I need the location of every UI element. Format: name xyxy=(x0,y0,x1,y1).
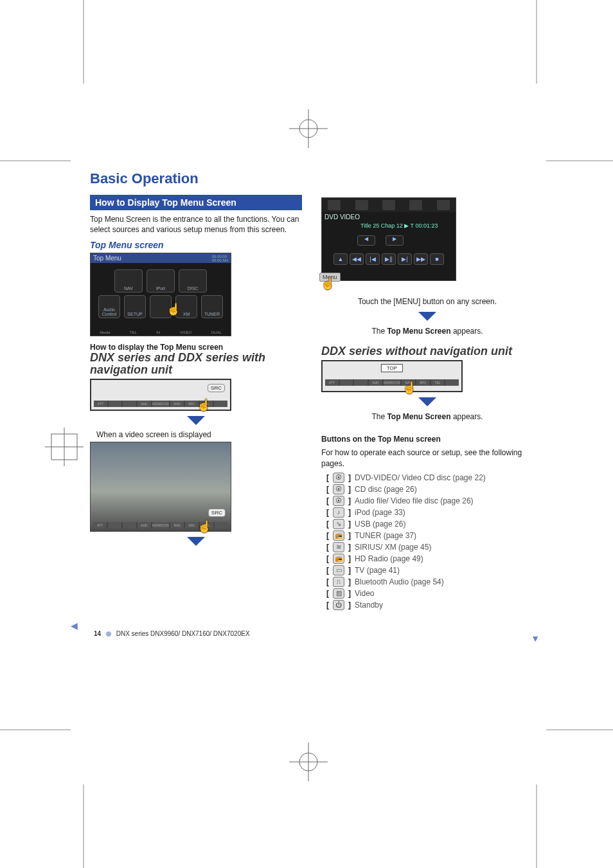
panel-key[interactable]: KENWOOD xyxy=(152,522,169,529)
panel-key[interactable]: TEL xyxy=(431,379,445,386)
touch-menu-text: Touch the [MENU] button on any screen. xyxy=(321,296,533,307)
blue-bar-heading: How to Display Top Menu Screen xyxy=(90,195,302,210)
top-menu-appears: The Top Menu Screen appears. xyxy=(321,326,533,336)
dvd-control[interactable]: ▶| xyxy=(398,253,412,265)
topmenu-title: Top Menu xyxy=(91,253,231,263)
top-menu-screen-heading: Top Menu screen xyxy=(90,240,302,250)
down-arrow-icon xyxy=(187,537,205,546)
topmenu-icon[interactable]: NAV xyxy=(114,269,143,293)
standby-icon: ⏻ xyxy=(333,600,344,610)
hdradio-icon: 📻 xyxy=(333,554,344,564)
screenshot-front-panel: SRC ATT AUD KENWOOD NAV SRC TEL ☝ xyxy=(90,379,231,411)
buttons-intro: For how to operate each source or setup,… xyxy=(321,448,533,468)
how-to-display-heading: How to display the Top Menu screen xyxy=(90,343,302,352)
bluetooth-icon: ⎍ xyxy=(333,577,344,587)
topmenu-footer-item[interactable]: DUAL xyxy=(211,330,222,334)
usb-icon: ⇘ xyxy=(333,519,344,529)
topmenu-footer-item[interactable]: VIDEO xyxy=(180,330,192,334)
intro-text: Top Menu Screen is the entrance to all t… xyxy=(90,214,302,235)
left-column: How to Display Top Menu Screen Top Menu … xyxy=(90,195,302,611)
panel-key[interactable] xyxy=(108,522,121,529)
list-item: [⦿]DVD-VIDEO/ Video CD disc (page 22) xyxy=(326,473,533,483)
topmenu-footer-item[interactable]: Media xyxy=(100,330,110,334)
panel-key[interactable]: ATT xyxy=(94,401,107,407)
dvd-control[interactable]: ■ xyxy=(430,253,444,265)
panel-key[interactable]: KENWOOD xyxy=(384,379,400,386)
video-icon: ▨ xyxy=(333,588,344,599)
dvd-header: DVD VIDEO xyxy=(324,213,360,221)
dvd-top-icon[interactable] xyxy=(382,200,395,210)
disc-icon: ⦿ xyxy=(333,496,344,506)
panel-key[interactable] xyxy=(340,379,353,386)
continuation-arrow-icon: ◀ xyxy=(71,620,78,631)
series-heading-left: DNX series and DDX series with navigatio… xyxy=(90,352,302,376)
dvd-top-icon[interactable] xyxy=(409,200,422,210)
bullet-icon xyxy=(106,631,111,637)
panel-key[interactable]: KENWOOD xyxy=(152,401,169,407)
topmenu-footer-item[interactable]: TEL xyxy=(130,330,137,334)
dvd-nav-left[interactable]: ◀ xyxy=(357,235,375,246)
buttons-heading: Buttons on the Top Menu screen xyxy=(321,435,533,444)
panel-key[interactable] xyxy=(445,379,459,386)
topmenu-icon[interactable]: DISC xyxy=(179,269,207,293)
topmenu-time: 00:00:00 00:00 AM xyxy=(212,255,228,262)
panel-key[interactable]: AUD xyxy=(138,401,151,407)
list-item: [⎍]Bluetooth Audio (page 54) xyxy=(326,577,533,587)
ddx-top-button[interactable]: TOP xyxy=(381,364,403,372)
list-item: [⦿]CD disc (page 26) xyxy=(326,484,533,494)
when-video-caption: When a video screen is displayed xyxy=(96,430,302,439)
topmenu-icon[interactable]: SETUP xyxy=(124,295,146,318)
sirius-icon: ≋ xyxy=(333,542,344,552)
tuner-icon: 📻 xyxy=(333,530,344,541)
disc-icon: ⦿ xyxy=(333,484,344,494)
list-item: [⏻]Standby xyxy=(326,600,533,610)
list-item: [♪]iPod (page 33) xyxy=(326,507,533,518)
button-list: [⦿]DVD-VIDEO/ Video CD disc (page 22) [⦿… xyxy=(326,473,533,610)
panel-key[interactable]: SRC xyxy=(185,522,199,529)
panel-key[interactable]: ATT xyxy=(93,522,107,529)
dvd-control[interactable]: ▶|| xyxy=(382,253,396,265)
panel-key[interactable] xyxy=(109,401,122,407)
src-button[interactable]: SRC xyxy=(208,509,226,517)
src-button[interactable]: SRC xyxy=(208,384,225,392)
series-heading-right: DDX series without navigation unit xyxy=(321,345,533,357)
dvd-top-icon[interactable] xyxy=(437,200,450,210)
topmenu-icon[interactable]: iPod xyxy=(147,269,175,293)
dvd-control[interactable]: ◀◀ xyxy=(350,253,364,265)
panel-key[interactable] xyxy=(123,401,136,407)
ipod-icon: ♪ xyxy=(333,507,344,518)
panel-key[interactable] xyxy=(214,401,227,407)
list-item: [▨]Video xyxy=(326,588,533,599)
dvd-control[interactable]: |◀ xyxy=(366,253,380,265)
topmenu-footer-item[interactable]: IN xyxy=(156,330,160,334)
panel-key[interactable] xyxy=(354,379,368,386)
panel-key[interactable]: NAV xyxy=(170,522,184,529)
dvd-top-icon[interactable] xyxy=(355,200,368,210)
page-number: 14 xyxy=(94,630,101,637)
down-arrow-icon xyxy=(187,416,205,425)
right-column: DVD VIDEO Title 25 Chap 12 ▶ T 00:01:23 … xyxy=(321,195,533,611)
finger-icon: ☝ xyxy=(321,276,335,291)
panel-key[interactable]: AUD xyxy=(369,379,382,386)
dvd-nav-right[interactable]: ▶ xyxy=(386,235,404,246)
topmenu-icon[interactable]: TUNER xyxy=(201,295,223,318)
dvd-top-icon[interactable] xyxy=(328,200,341,210)
topmenu-icon[interactable]: Audio Control xyxy=(98,295,120,318)
panel-key[interactable]: SRC xyxy=(416,379,430,386)
tv-icon: ▭ xyxy=(333,565,344,575)
dvd-control[interactable]: ▶▶ xyxy=(414,253,428,265)
disc-icon: ⦿ xyxy=(333,473,344,483)
panel-key[interactable] xyxy=(215,522,228,529)
panel-key[interactable] xyxy=(123,522,136,529)
screenshot-video: SRC ATT AUD KENWOOD NAV SRC TEL ☝ xyxy=(90,442,231,532)
finger-icon: ☝ xyxy=(166,302,181,316)
dvd-control[interactable]: ▲ xyxy=(333,253,348,265)
panel-key[interactable]: AUD xyxy=(138,522,151,529)
continuation-arrow-icon: ▼ xyxy=(531,633,540,644)
panel-key[interactable]: NAV xyxy=(170,401,184,407)
finger-icon: ☝ xyxy=(402,381,416,395)
page-footer: 14 DNX series DNX9960/ DNX7160/ DNX7020E… xyxy=(94,630,250,637)
panel-key[interactable]: ATT xyxy=(325,379,339,386)
screenshot-dvd: DVD VIDEO Title 25 Chap 12 ▶ T 00:01:23 … xyxy=(321,197,456,281)
list-item: [▭]TV (page 41) xyxy=(326,565,533,575)
